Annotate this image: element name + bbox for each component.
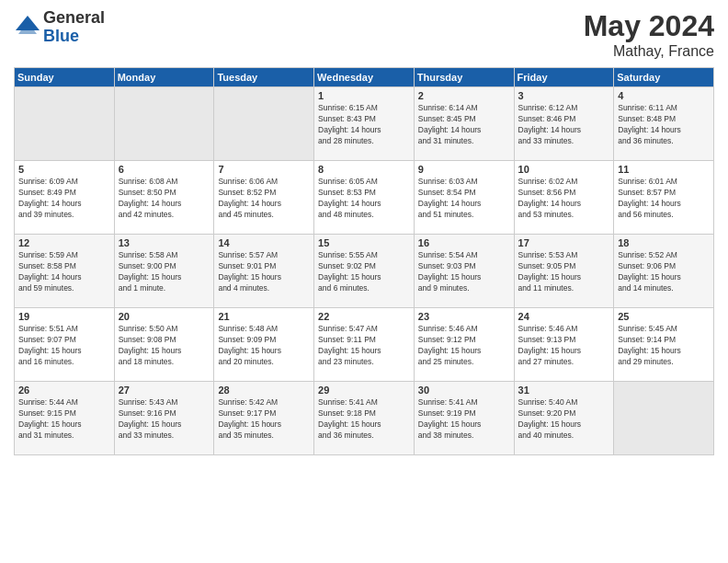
day-number: 5 xyxy=(18,164,110,175)
day-cell: 24Sunrise: 5:46 AMSunset: 9:13 PMDayligh… xyxy=(514,308,614,382)
calendar-page: General Blue May 2024 Mathay, France Sun… xyxy=(0,0,728,563)
day-number: 24 xyxy=(518,311,610,322)
day-cell: 8Sunrise: 6:05 AMSunset: 8:53 PMDaylight… xyxy=(314,161,415,235)
day-number: 22 xyxy=(318,311,410,322)
day-cell: 19Sunrise: 5:51 AMSunset: 9:07 PMDayligh… xyxy=(15,308,115,382)
week-row-3: 12Sunrise: 5:59 AMSunset: 8:58 PMDayligh… xyxy=(15,235,714,308)
day-cell: 25Sunrise: 5:45 AMSunset: 9:14 PMDayligh… xyxy=(614,308,714,382)
day-cell: 6Sunrise: 6:08 AMSunset: 8:50 PMDaylight… xyxy=(114,161,214,235)
day-cell xyxy=(15,87,115,161)
day-cell: 16Sunrise: 5:54 AMSunset: 9:03 PMDayligh… xyxy=(414,235,514,308)
day-cell: 28Sunrise: 5:42 AMSunset: 9:17 PMDayligh… xyxy=(214,382,314,455)
day-number: 20 xyxy=(119,311,210,322)
day-cell: 5Sunrise: 6:09 AMSunset: 8:49 PMDaylight… xyxy=(15,161,115,235)
day-info: Sunrise: 6:12 AMSunset: 8:46 PMDaylight:… xyxy=(518,103,610,147)
day-number: 15 xyxy=(318,237,410,248)
week-row-1: 1Sunrise: 6:15 AMSunset: 8:43 PMDaylight… xyxy=(15,87,714,161)
week-row-5: 26Sunrise: 5:44 AMSunset: 9:15 PMDayligh… xyxy=(15,382,714,455)
day-number: 18 xyxy=(618,237,710,248)
header-row: Sunday Monday Tuesday Wednesday Thursday… xyxy=(15,68,714,87)
day-cell xyxy=(214,87,314,161)
day-info: Sunrise: 5:58 AMSunset: 9:00 PMDaylight:… xyxy=(119,250,210,294)
day-number: 30 xyxy=(418,385,510,396)
day-cell: 26Sunrise: 5:44 AMSunset: 9:15 PMDayligh… xyxy=(15,382,115,455)
day-number: 1 xyxy=(318,90,410,101)
day-cell: 21Sunrise: 5:48 AMSunset: 9:09 PMDayligh… xyxy=(214,308,314,382)
day-info: Sunrise: 6:03 AMSunset: 8:54 PMDaylight:… xyxy=(418,177,510,221)
day-info: Sunrise: 6:09 AMSunset: 8:49 PMDaylight:… xyxy=(18,177,110,221)
title-area: May 2024 Mathay, France xyxy=(584,9,714,60)
day-cell: 18Sunrise: 5:52 AMSunset: 9:06 PMDayligh… xyxy=(614,235,714,308)
col-wednesday: Wednesday xyxy=(314,68,415,87)
day-cell xyxy=(614,382,714,455)
day-info: Sunrise: 5:51 AMSunset: 9:07 PMDaylight:… xyxy=(18,324,110,368)
day-info: Sunrise: 5:48 AMSunset: 9:09 PMDaylight:… xyxy=(218,324,310,368)
day-number: 26 xyxy=(18,385,110,396)
day-number: 29 xyxy=(318,385,410,396)
col-tuesday: Tuesday xyxy=(214,68,314,87)
day-cell: 13Sunrise: 5:58 AMSunset: 9:00 PMDayligh… xyxy=(114,235,214,308)
day-cell: 11Sunrise: 6:01 AMSunset: 8:57 PMDayligh… xyxy=(614,161,714,235)
day-info: Sunrise: 5:44 AMSunset: 9:15 PMDaylight:… xyxy=(18,397,110,442)
header: General Blue May 2024 Mathay, France xyxy=(14,9,714,60)
day-cell: 31Sunrise: 5:40 AMSunset: 9:20 PMDayligh… xyxy=(514,382,614,455)
day-info: Sunrise: 6:05 AMSunset: 8:53 PMDaylight:… xyxy=(318,177,410,221)
day-info: Sunrise: 5:53 AMSunset: 9:05 PMDaylight:… xyxy=(518,250,610,294)
day-cell: 1Sunrise: 6:15 AMSunset: 8:43 PMDaylight… xyxy=(314,87,415,161)
day-number: 28 xyxy=(218,385,310,396)
logo-blue-text: Blue xyxy=(43,28,105,46)
day-info: Sunrise: 5:52 AMSunset: 9:06 PMDaylight:… xyxy=(618,250,710,294)
day-number: 17 xyxy=(518,237,610,248)
day-cell: 12Sunrise: 5:59 AMSunset: 8:58 PMDayligh… xyxy=(15,235,115,308)
day-info: Sunrise: 6:14 AMSunset: 8:45 PMDaylight:… xyxy=(418,103,510,147)
day-number: 7 xyxy=(218,164,310,175)
week-row-2: 5Sunrise: 6:09 AMSunset: 8:49 PMDaylight… xyxy=(15,161,714,235)
col-thursday: Thursday xyxy=(414,68,514,87)
week-row-4: 19Sunrise: 5:51 AMSunset: 9:07 PMDayligh… xyxy=(15,308,714,382)
day-info: Sunrise: 5:50 AMSunset: 9:08 PMDaylight:… xyxy=(119,324,210,368)
location-title: Mathay, France xyxy=(584,43,714,60)
day-cell: 9Sunrise: 6:03 AMSunset: 8:54 PMDaylight… xyxy=(414,161,514,235)
day-cell: 7Sunrise: 6:06 AMSunset: 8:52 PMDaylight… xyxy=(214,161,314,235)
day-number: 11 xyxy=(618,164,710,175)
day-number: 21 xyxy=(218,311,310,322)
day-info: Sunrise: 6:11 AMSunset: 8:48 PMDaylight:… xyxy=(618,103,710,147)
day-info: Sunrise: 5:43 AMSunset: 9:16 PMDaylight:… xyxy=(119,397,210,442)
day-info: Sunrise: 5:41 AMSunset: 9:18 PMDaylight:… xyxy=(318,397,410,442)
logo-general-text: General xyxy=(43,9,105,28)
day-number: 8 xyxy=(318,164,410,175)
col-friday: Friday xyxy=(514,68,614,87)
day-cell: 10Sunrise: 6:02 AMSunset: 8:56 PMDayligh… xyxy=(514,161,614,235)
day-cell: 29Sunrise: 5:41 AMSunset: 9:18 PMDayligh… xyxy=(314,382,415,455)
day-number: 31 xyxy=(518,385,610,396)
day-cell: 4Sunrise: 6:11 AMSunset: 8:48 PMDaylight… xyxy=(614,87,714,161)
day-number: 13 xyxy=(119,237,210,248)
day-number: 2 xyxy=(418,90,510,101)
day-cell: 14Sunrise: 5:57 AMSunset: 9:01 PMDayligh… xyxy=(214,235,314,308)
day-number: 3 xyxy=(518,90,610,101)
day-number: 12 xyxy=(18,237,110,248)
col-monday: Monday xyxy=(114,68,214,87)
day-info: Sunrise: 5:40 AMSunset: 9:20 PMDaylight:… xyxy=(518,397,610,442)
day-info: Sunrise: 6:06 AMSunset: 8:52 PMDaylight:… xyxy=(218,177,310,221)
day-cell: 30Sunrise: 5:41 AMSunset: 9:19 PMDayligh… xyxy=(414,382,514,455)
day-cell xyxy=(114,87,214,161)
logo-text: General Blue xyxy=(43,9,105,46)
day-info: Sunrise: 5:45 AMSunset: 9:14 PMDaylight:… xyxy=(618,324,710,368)
day-info: Sunrise: 5:46 AMSunset: 9:12 PMDaylight:… xyxy=(418,324,510,368)
day-cell: 20Sunrise: 5:50 AMSunset: 9:08 PMDayligh… xyxy=(114,308,214,382)
day-info: Sunrise: 5:55 AMSunset: 9:02 PMDaylight:… xyxy=(318,250,410,294)
day-info: Sunrise: 6:02 AMSunset: 8:56 PMDaylight:… xyxy=(518,177,610,221)
day-info: Sunrise: 5:54 AMSunset: 9:03 PMDaylight:… xyxy=(418,250,510,294)
day-info: Sunrise: 6:01 AMSunset: 8:57 PMDaylight:… xyxy=(618,177,710,221)
month-title: May 2024 xyxy=(584,9,714,43)
day-number: 27 xyxy=(119,385,210,396)
day-info: Sunrise: 5:42 AMSunset: 9:17 PMDaylight:… xyxy=(218,397,310,442)
day-number: 14 xyxy=(218,237,310,248)
day-number: 6 xyxy=(119,164,210,175)
day-number: 16 xyxy=(418,237,510,248)
day-info: Sunrise: 6:15 AMSunset: 8:43 PMDaylight:… xyxy=(318,103,410,147)
day-number: 10 xyxy=(518,164,610,175)
calendar-table: Sunday Monday Tuesday Wednesday Thursday… xyxy=(14,67,714,455)
day-cell: 2Sunrise: 6:14 AMSunset: 8:45 PMDaylight… xyxy=(414,87,514,161)
